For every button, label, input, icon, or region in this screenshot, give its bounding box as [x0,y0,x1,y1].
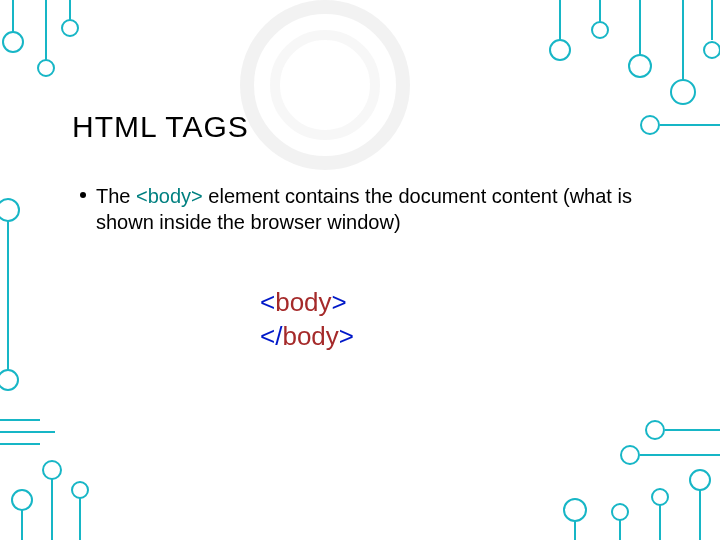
bullet-item: The <body> element contains the document… [80,183,670,235]
tag-name: body [275,287,331,317]
angle-bracket-open-icon: < [260,321,275,351]
svg-point-29 [641,116,659,134]
svg-point-6 [0,199,19,221]
svg-point-4 [62,20,78,36]
circuit-decoration [0,0,720,540]
angle-bracket-open-icon: < [260,287,275,317]
code-line-close: </body> [260,319,354,353]
svg-point-31 [646,421,664,439]
svg-point-0 [3,32,23,52]
svg-point-39 [612,504,628,520]
svg-point-35 [690,470,710,490]
svg-point-37 [652,489,668,505]
svg-point-21 [592,22,608,38]
svg-point-8 [0,370,18,390]
slide: HTML TAGS The <body> element contains th… [0,0,720,540]
svg-point-27 [704,42,720,58]
tag-name: body [282,321,338,351]
svg-point-14 [72,482,88,498]
angle-bracket-close-icon: > [339,321,354,351]
svg-point-23 [629,55,651,77]
bullet-pre: The [96,185,136,207]
svg-point-11 [43,461,61,479]
bullet-text: The <body> element contains the document… [96,183,670,235]
bullet-dot-icon [80,192,86,198]
svg-point-42 [247,7,403,163]
code-line-open: <body> [260,285,354,319]
code-sample: <body> </body> [260,285,354,353]
svg-point-40 [564,499,586,521]
svg-point-25 [671,80,695,104]
svg-point-33 [621,446,639,464]
body-tag-literal: <body> [136,185,203,207]
svg-point-9 [12,490,32,510]
slide-title: HTML TAGS [72,110,249,144]
svg-point-19 [550,40,570,60]
svg-point-43 [275,35,375,135]
angle-bracket-close-icon: > [332,287,347,317]
svg-point-2 [38,60,54,76]
